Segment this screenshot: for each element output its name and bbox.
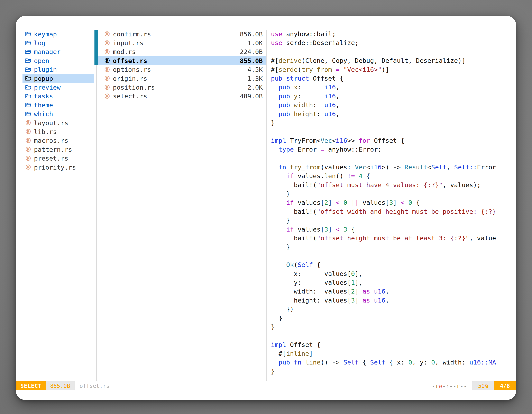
sidebar-item[interactable]: ® manager bbox=[22, 48, 94, 56]
rust-file-icon: ® bbox=[25, 145, 32, 154]
file-name: origin.rs bbox=[113, 75, 147, 82]
code-line: height: values[3] as u16, bbox=[271, 296, 516, 305]
sidebar-item[interactable]: ® preset.rs bbox=[22, 154, 94, 163]
open-folder-icon bbox=[25, 85, 32, 90]
code-line bbox=[271, 331, 516, 340]
file-size: 489.0B bbox=[240, 92, 263, 100]
code-line: pub struct Offset { bbox=[271, 74, 516, 83]
rust-file-icon: ® bbox=[104, 39, 111, 47]
sidebar-item[interactable]: ® pattern.rs bbox=[22, 145, 94, 154]
sidebar-item[interactable]: ® theme bbox=[22, 101, 94, 109]
sidebar-item-label: pattern.rs bbox=[34, 146, 72, 153]
sidebar-item-label: popup bbox=[34, 75, 53, 82]
code-line: x: values[0], bbox=[271, 270, 516, 278]
status-bar: SELECT 855.0B offset.rs -rw-r--r-- 50% 4… bbox=[16, 381, 516, 390]
file-row[interactable]: ® mod.rs 224.0B bbox=[98, 48, 266, 56]
rust-file-icon: ® bbox=[104, 66, 111, 74]
rust-file-icon: ® bbox=[104, 75, 111, 82]
file-size: 856.0B bbox=[240, 30, 263, 38]
code-line bbox=[271, 127, 516, 136]
open-folder-icon bbox=[25, 103, 32, 108]
rust-file-icon: ® bbox=[25, 128, 32, 136]
file-row[interactable]: ® options.rs 4.5K bbox=[98, 65, 266, 74]
code-line: use anyhow::bail; bbox=[271, 30, 516, 39]
sidebar-item[interactable]: ® macros.rs bbox=[22, 136, 94, 145]
panes-area: ® keymap ® log bbox=[16, 16, 516, 400]
rust-file-icon: ® bbox=[25, 119, 32, 127]
sidebar-item-label: theme bbox=[34, 101, 53, 109]
file-size-badge: 855.0B bbox=[46, 381, 75, 390]
file-name: options.rs bbox=[113, 66, 151, 73]
rust-file-icon: ® bbox=[25, 137, 32, 144]
status-spacer bbox=[109, 381, 432, 390]
code-line bbox=[271, 48, 516, 56]
sidebar-item[interactable]: ® log bbox=[22, 39, 94, 47]
code-line: pub height: u16, bbox=[271, 110, 516, 118]
sidebar-item-label: which bbox=[34, 110, 53, 118]
preview-pane: use anyhow::bail; use serde::Deserialize… bbox=[271, 30, 516, 381]
sidebar-item-label: keymap bbox=[34, 30, 57, 38]
code-line: width: values[2] as u16, bbox=[271, 287, 516, 296]
sidebar-item[interactable]: ® plugin bbox=[22, 65, 94, 74]
file-row[interactable]: ® select.rs 489.0B bbox=[98, 92, 266, 101]
code-line: bail!("offset height must be at least 3:… bbox=[271, 234, 516, 243]
sidebar-item[interactable]: ® which bbox=[22, 110, 94, 118]
rust-file-icon: ® bbox=[104, 57, 111, 65]
code-line: impl TryFrom<Vec<i16>> for Offset { bbox=[271, 136, 516, 145]
code-line: } bbox=[271, 314, 516, 323]
sidebar-item[interactable]: ® popup bbox=[22, 74, 94, 83]
code-line: if values[3] < 3 { bbox=[271, 225, 516, 234]
code-line: Ok(Self { bbox=[271, 260, 516, 269]
hovered-file-name: offset.rs bbox=[80, 381, 109, 390]
sidebar-item[interactable]: ® lib.rs bbox=[22, 127, 94, 136]
file-row[interactable]: ® origin.rs 1.3K bbox=[98, 74, 266, 83]
code-line: type Error = anyhow::Error; bbox=[271, 145, 516, 154]
code-line: } bbox=[271, 243, 516, 251]
code-line: #[derive(Clone, Copy, Debug, Default, De… bbox=[271, 56, 516, 65]
sidebar-item[interactable]: ® layout.rs bbox=[22, 118, 94, 127]
sidebar-item[interactable]: ® preview bbox=[22, 83, 94, 92]
sidebar-item-label: lib.rs bbox=[34, 128, 57, 135]
file-size: 855.0B bbox=[240, 57, 263, 64]
file-name: input.rs bbox=[113, 39, 143, 47]
file-row[interactable]: ® position.rs 2.0K bbox=[98, 83, 266, 92]
file-size: 1.3K bbox=[247, 75, 263, 82]
file-name: select.rs bbox=[113, 92, 147, 100]
open-folder-icon bbox=[25, 94, 32, 99]
code-line: impl Offset { bbox=[271, 340, 516, 349]
open-folder-icon bbox=[25, 76, 32, 81]
code-line: #[inline] bbox=[271, 349, 516, 358]
sidebar-item[interactable]: ® tasks bbox=[22, 92, 94, 101]
sidebar-item[interactable]: ® open bbox=[22, 56, 94, 65]
open-folder-icon bbox=[25, 111, 32, 116]
code-line: } bbox=[271, 216, 516, 225]
file-row[interactable]: ® offset.rs 855.0B bbox=[98, 56, 266, 65]
scroll-percent-badge: 50% bbox=[472, 381, 494, 390]
code-line: if values.len() != 4 { bbox=[271, 172, 516, 180]
rust-file-icon: ® bbox=[104, 83, 111, 91]
sidebar-item-label: plugin bbox=[34, 66, 57, 73]
file-name: mod.rs bbox=[113, 48, 136, 55]
rust-file-icon: ® bbox=[104, 92, 111, 100]
sidebar-item[interactable]: ® keymap bbox=[22, 30, 94, 39]
sidebar-item[interactable]: ® priority.rs bbox=[22, 163, 94, 172]
code-line: } bbox=[271, 367, 516, 376]
file-row[interactable]: ® confirm.rs 856.0B bbox=[98, 30, 266, 39]
file-size: 2.0K bbox=[247, 84, 263, 91]
rust-file-icon: ® bbox=[25, 163, 32, 171]
code-line bbox=[271, 251, 516, 260]
cursor-position-badge: 4/8 bbox=[494, 381, 516, 390]
code-line: #[serde(try_from = "Vec<i16>")] bbox=[271, 65, 516, 74]
file-size: 1.0K bbox=[247, 39, 263, 47]
sidebar-item-label: tasks bbox=[34, 92, 53, 100]
rust-file-icon: ® bbox=[104, 48, 111, 56]
scrollbar-thumb[interactable] bbox=[95, 30, 98, 65]
code-line bbox=[271, 154, 516, 163]
open-folder-icon bbox=[25, 40, 32, 46]
code-line: } bbox=[271, 323, 516, 331]
file-row[interactable]: ® input.rs 1.0K bbox=[98, 39, 266, 47]
sidebar-item-label: manager bbox=[34, 48, 61, 55]
file-permissions: -rw-r--r-- bbox=[432, 381, 467, 390]
code-line: pub x: i16, bbox=[271, 83, 516, 92]
code-line: if values[2] < 0 || values[3] < 0 { bbox=[271, 198, 516, 207]
